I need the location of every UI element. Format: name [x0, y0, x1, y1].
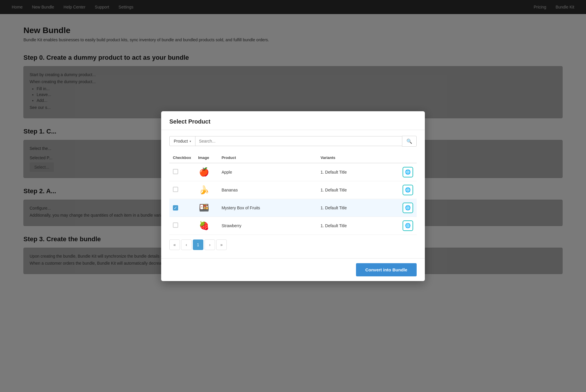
variants-cell-3: 1. Default Title — [317, 217, 399, 234]
image-cell-1: 🍌 — [195, 181, 218, 199]
globe-icon-3: 🌐 — [405, 223, 411, 228]
table-row: 🍎 Apple 1. Default Title 🌐 — [169, 163, 417, 181]
actions-cell-1: 🌐 — [399, 181, 417, 199]
globe-button-2[interactable]: 🌐 — [403, 203, 413, 213]
select-product-modal: Select Product Product ▾ 🔍 Checkbox — [161, 111, 425, 281]
th-product: Product — [218, 153, 317, 163]
convert-into-bundle-button[interactable]: Convert into Bundle — [356, 263, 417, 276]
pagination-last[interactable]: » — [216, 239, 227, 250]
product-name-1: Bananas — [222, 188, 238, 192]
table-body: 🍎 Apple 1. Default Title 🌐 🍌 — [169, 163, 417, 235]
globe-icon-2: 🌐 — [405, 205, 411, 210]
product-table: Checkbox Image Product Variants 🍎 — [169, 153, 417, 235]
th-action — [399, 153, 417, 163]
globe-button-3[interactable]: 🌐 — [403, 220, 413, 231]
modal-footer: Convert into Bundle — [161, 258, 425, 281]
product-name-cell-0: Apple — [218, 163, 317, 181]
variants-cell-2: 1. Default Title — [317, 199, 399, 217]
product-name-cell-3: Strawberry — [218, 217, 317, 234]
checkbox-cell-2[interactable]: ✓ — [169, 199, 195, 217]
product-name-0: Apple — [222, 170, 232, 174]
filter-dropdown[interactable]: Product ▾ — [169, 136, 195, 146]
product-variants-1: 1. Default Title — [321, 188, 347, 192]
product-variants-3: 1. Default Title — [321, 223, 347, 228]
table-row: ✓ 🍱 Mystery Box of Fruits 1. Default Tit… — [169, 199, 417, 217]
product-image-1: 🍌 — [198, 184, 210, 196]
actions-cell-0: 🌐 — [399, 163, 417, 181]
globe-icon-0: 🌐 — [405, 169, 411, 175]
product-name-3: Strawberry — [222, 223, 241, 228]
image-cell-0: 🍎 — [195, 163, 218, 181]
actions-cell-2: 🌐 — [399, 199, 417, 217]
globe-button-0[interactable]: 🌐 — [403, 167, 413, 177]
table-row: 🍓 Strawberry 1. Default Title 🌐 — [169, 217, 417, 234]
search-input[interactable] — [195, 136, 402, 146]
product-variants-2: 1. Default Title — [321, 206, 347, 210]
th-checkbox: Checkbox — [169, 153, 195, 163]
modal-header: Select Product — [161, 111, 425, 130]
pagination-first[interactable]: « — [169, 239, 180, 250]
chevron-down-icon: ▾ — [190, 140, 191, 143]
product-checkbox-1[interactable] — [173, 187, 178, 192]
pagination: « ‹ 1 › » — [169, 235, 417, 252]
variants-cell-1: 1. Default Title — [317, 181, 399, 199]
variants-cell-0: 1. Default Title — [317, 163, 399, 181]
modal-title: Select Product — [169, 118, 417, 125]
product-name-cell-1: Bananas — [218, 181, 317, 199]
search-button[interactable]: 🔍 — [402, 136, 417, 147]
product-variants-0: 1. Default Title — [321, 170, 347, 174]
th-variants: Variants — [317, 153, 399, 163]
product-checkbox-2[interactable]: ✓ — [173, 205, 178, 210]
pagination-current[interactable]: 1 — [193, 239, 203, 250]
th-image: Image — [195, 153, 218, 163]
filter-label: Product — [174, 139, 188, 143]
product-checkbox-0[interactable] — [173, 169, 178, 174]
product-image-3: 🍓 — [198, 220, 210, 232]
product-checkbox-3[interactable] — [173, 222, 178, 228]
pagination-prev[interactable]: ‹ — [181, 239, 192, 250]
image-cell-3: 🍓 — [195, 217, 218, 234]
globe-button-1[interactable]: 🌐 — [403, 185, 413, 195]
checkbox-cell-1[interactable] — [169, 181, 195, 199]
product-image-2: 🍱 — [198, 202, 210, 214]
table-row: 🍌 Bananas 1. Default Title 🌐 — [169, 181, 417, 199]
actions-cell-3: 🌐 — [399, 217, 417, 234]
globe-icon-1: 🌐 — [405, 187, 411, 193]
product-image-0: 🍎 — [198, 166, 210, 178]
search-bar: Product ▾ 🔍 — [169, 136, 417, 147]
modal-overlay: Select Product Product ▾ 🔍 Checkbox — [0, 0, 586, 392]
table-header: Checkbox Image Product Variants — [169, 153, 417, 163]
image-cell-2: 🍱 — [195, 199, 218, 217]
pagination-next[interactable]: › — [205, 239, 215, 250]
product-name-cell-2: Mystery Box of Fruits — [218, 199, 317, 217]
modal-body: Product ▾ 🔍 Checkbox Image Product Varia… — [161, 130, 425, 258]
checkbox-cell-3[interactable] — [169, 217, 195, 234]
checkbox-cell-0[interactable] — [169, 163, 195, 181]
search-icon: 🔍 — [406, 139, 412, 144]
product-name-2: Mystery Box of Fruits — [222, 206, 260, 210]
